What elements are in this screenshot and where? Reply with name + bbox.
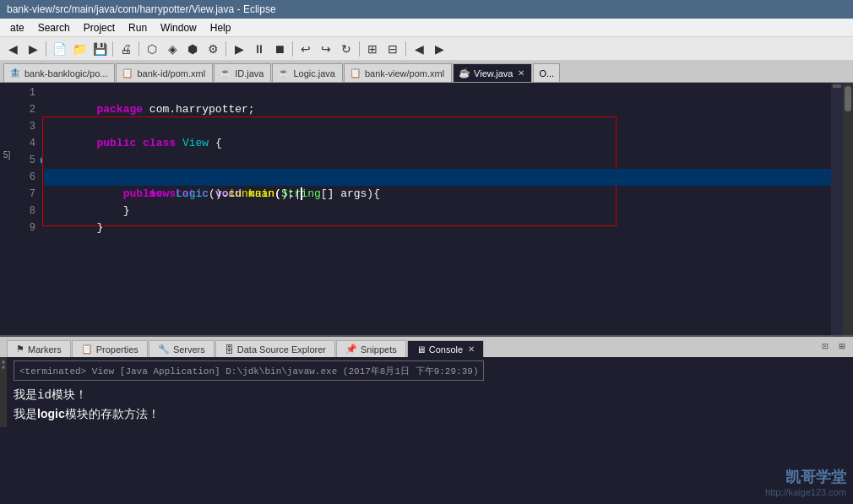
tab-label-2: ID.java — [235, 68, 264, 79]
console-terminated-bar: <terminated> View [Java Application] D:\… — [14, 360, 484, 381]
tab-label-1: bank-id/pom.xml — [137, 68, 205, 79]
snippets-icon: 📌 — [345, 344, 357, 355]
toolbar-btn-refresh[interactable]: ↻ — [337, 40, 356, 58]
toolbar-sep-1 — [46, 41, 46, 57]
properties-icon: 📋 — [81, 344, 93, 355]
bottom-tab-servers[interactable]: 🔧 Servers — [149, 340, 215, 357]
scrollbar-thumb[interactable] — [845, 86, 851, 111]
toolbar-btn-arrow-right[interactable]: ▶ — [430, 40, 448, 58]
line-num-2: 2 — [15, 101, 35, 118]
toolbar-btn-5[interactable]: ⬡ — [143, 40, 161, 58]
toolbar-btn-2[interactable]: ▶ — [24, 40, 42, 58]
toolbar-btn-new[interactable]: 📄 — [50, 40, 68, 58]
code-line-4 — [44, 135, 853, 152]
console-dot-1 — [2, 360, 5, 364]
toolbar-sep-4 — [225, 41, 226, 57]
console-inner: <terminated> View [Java Application] D:\… — [0, 357, 853, 427]
tab-view-java[interactable]: ☕ View.java ✕ — [453, 63, 532, 82]
toolbar-btn-1[interactable]: ◀ — [3, 40, 22, 58]
datasource-icon: 🗄 — [225, 344, 234, 355]
console-icon: 🖥 — [416, 344, 426, 355]
menu-run[interactable]: Run — [122, 20, 154, 35]
title-bar: bank-view/src/main/java/com/harrypotter/… — [0, 0, 853, 19]
tab-icon-5: ☕ — [459, 68, 470, 79]
bottom-panel-actions: ⊡ ⊞ — [818, 339, 850, 354]
toolbar-btn-arrow-left[interactable]: ◀ — [410, 40, 428, 58]
code-line-1: package com.harrypotter; — [44, 84, 853, 101]
menu-project[interactable]: Project — [77, 20, 122, 35]
bottom-tab-snippets[interactable]: 📌 Snippets — [336, 340, 406, 357]
bottom-panel-minimize[interactable]: ⊡ — [818, 339, 833, 354]
markers-icon: ⚑ — [16, 344, 24, 355]
breakpoint-marker — [41, 156, 42, 165]
line-num-9: 9 — [15, 219, 35, 236]
editor-tab-bar: 🏦 bank-banklogic/po... 📋 bank-id/pom.xml… — [0, 61, 853, 83]
toolbar-btn-run[interactable]: ▶ — [230, 40, 248, 58]
console-output-area: <terminated> View [Java Application] D:\… — [7, 357, 853, 427]
title-text: bank-view/src/main/java/com/harrypotter/… — [7, 3, 276, 15]
code-line-9 — [44, 219, 853, 236]
line-num-1: 1 — [15, 84, 35, 101]
line-num-4: 4 — [15, 135, 35, 152]
menu-help[interactable]: Help — [204, 20, 238, 35]
toolbar-btn-back[interactable]: ↩ — [296, 40, 315, 58]
toolbar-sep-2 — [112, 41, 113, 57]
toolbar: ◀ ▶ 📄 📁 💾 🖨 ⬡ ◈ ⬢ ⚙ ▶ ⏸ ⏹ ↩ ↪ ↻ ⊞ ⊟ ◀ ▶ — [0, 37, 853, 61]
tab-icon-0: 🏦 — [9, 68, 21, 79]
minimap-thumb — [833, 84, 841, 88]
tab-bank-banklogic[interactable]: 🏦 bank-banklogic/po... — [3, 63, 115, 82]
console-tab-close[interactable]: ✕ — [468, 344, 475, 354]
console-terminated-text: <terminated> View [Java Application] D:\… — [19, 366, 478, 377]
tab-bank-view-pom[interactable]: 📋 bank-view/pom.xml — [344, 63, 452, 82]
tab-label-5: View.java — [474, 68, 513, 79]
output-line2-prefix: 我是 — [14, 408, 37, 421]
tab-bank-id-pom[interactable]: 📋 bank-id/pom.xml — [116, 63, 213, 82]
tab-close-5[interactable]: ✕ — [518, 68, 524, 78]
menu-bar: ate Search Project Run Window Help — [0, 19, 853, 37]
toolbar-btn-6[interactable]: ◈ — [163, 40, 182, 58]
bottom-tab-properties[interactable]: 📋 Properties — [72, 340, 148, 357]
toolbar-btn-layout2[interactable]: ⊟ — [383, 40, 402, 58]
tab-icon-4: 📋 — [350, 68, 361, 79]
bottom-tab-datasource-label: Data Source Explorer — [237, 344, 326, 355]
menu-search[interactable]: Search — [31, 20, 77, 35]
tab-icon-1: 📋 — [122, 68, 133, 79]
code-line-8: } — [44, 203, 853, 219]
console-dot-2 — [2, 366, 5, 369]
line-num-7: 7 — [15, 186, 35, 203]
bottom-tab-console[interactable]: 🖥 Console ✕ — [407, 340, 484, 357]
output-line2-bold: logic — [37, 407, 65, 420]
toolbar-btn-layout1[interactable]: ⊞ — [363, 40, 382, 58]
watermark: 凯哥学堂 http://kaige123.com — [765, 467, 846, 497]
bottom-panel-maximize[interactable]: ⊞ — [834, 339, 850, 354]
toolbar-btn-7[interactable]: ⬢ — [183, 40, 202, 58]
toolbar-btn-8[interactable]: ⚙ — [204, 40, 222, 58]
tab-overflow-label: O... — [539, 68, 554, 79]
toolbar-btn-fwd[interactable]: ↪ — [317, 40, 335, 58]
line-num-6: 6 — [15, 169, 35, 186]
bottom-tab-properties-label: Properties — [96, 344, 139, 355]
bottom-panel: ⚑ Markers 📋 Properties 🔧 Servers 🗄 Data … — [0, 335, 853, 504]
tab-label-4: bank-view/pom.xml — [365, 68, 444, 79]
toolbar-btn-open[interactable]: 📁 — [70, 40, 89, 58]
code-line-5: public static void main(String[] args){ — [44, 152, 853, 169]
toolbar-sep-6 — [359, 41, 360, 57]
console-left-bar — [0, 357, 7, 427]
toolbar-btn-save[interactable]: 💾 — [90, 40, 109, 58]
toolbar-sep-3 — [139, 41, 139, 57]
tab-id-java[interactable]: ☕ ID.java — [214, 63, 271, 82]
toolbar-btn-stop[interactable]: ⏹ — [270, 40, 289, 58]
output-line1-text: 我是id模块！ — [14, 388, 87, 402]
line-num-5: 5 — [15, 152, 35, 169]
menu-window[interactable]: Window — [154, 20, 204, 35]
tab-overflow[interactable]: O... — [533, 63, 560, 82]
bottom-tab-bar: ⚑ Markers 📋 Properties 🔧 Servers 🗄 Data … — [0, 337, 853, 357]
tab-logic-java[interactable]: ☕ Logic.java — [272, 63, 343, 82]
bottom-tab-datasource[interactable]: 🗄 Data Source Explorer — [215, 340, 335, 357]
toolbar-btn-pause[interactable]: ⏸ — [250, 40, 269, 58]
bottom-tab-markers[interactable]: ⚑ Markers — [7, 340, 71, 357]
bottom-tab-markers-label: Markers — [28, 344, 62, 355]
left-margin-label-1: 5] — [3, 150, 10, 160]
toolbar-btn-print[interactable]: 🖨 — [117, 40, 135, 58]
menu-ate[interactable]: ate — [3, 20, 31, 35]
